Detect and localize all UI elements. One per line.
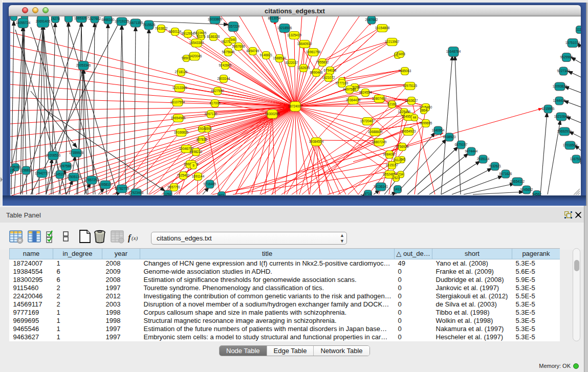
- svg-text:12942737: 12942737: [35, 171, 50, 175]
- svg-text:1162615: 1162615: [297, 66, 310, 70]
- svg-text:10719155: 10719155: [115, 19, 129, 23]
- svg-text:7357224: 7357224: [227, 25, 240, 28]
- svg-text:9756928: 9756928: [396, 145, 409, 148]
- svg-text:8427552: 8427552: [211, 89, 224, 93]
- svg-text:17016504: 17016504: [563, 143, 578, 147]
- svg-text:12213967: 12213967: [385, 40, 400, 43]
- svg-text:12505135: 12505135: [67, 175, 81, 179]
- svg-text:19692971: 19692971: [557, 129, 572, 133]
- svg-text:1934: 1934: [198, 127, 206, 130]
- svg-text:17857253: 17857253: [84, 178, 99, 182]
- svg-text:98901: 98901: [182, 56, 191, 60]
- svg-text:9474444: 9474444: [465, 149, 478, 153]
- svg-text:9657791: 9657791: [168, 185, 181, 189]
- svg-text:5875645: 5875645: [222, 50, 235, 54]
- svg-text:9242845: 9242845: [219, 63, 232, 67]
- svg-text:7663822: 7663822: [155, 27, 168, 30]
- svg-text:11325419: 11325419: [287, 33, 301, 37]
- svg-text:8322037: 8322037: [286, 61, 298, 64]
- svg-text:20053346: 20053346: [76, 63, 91, 67]
- svg-text:19166825: 19166825: [174, 130, 189, 134]
- svg-text:(x): (x): [132, 235, 138, 242]
- svg-text:1156819: 1156819: [20, 168, 33, 172]
- svg-text:15751074: 15751074: [565, 41, 580, 45]
- svg-text:2521: 2521: [393, 176, 400, 180]
- svg-text:16107554: 16107554: [170, 100, 185, 104]
- svg-text:12923468: 12923468: [129, 191, 144, 194]
- svg-text:9716: 9716: [364, 192, 372, 195]
- svg-text:2367608: 2367608: [232, 45, 245, 48]
- svg-text:8938923: 8938923: [443, 135, 456, 139]
- svg-text:1691144: 1691144: [192, 174, 205, 178]
- svg-text:15720407: 15720407: [360, 119, 375, 123]
- svg-text:7632621: 7632621: [489, 164, 502, 168]
- svg-text:9529966: 9529966: [560, 55, 573, 59]
- svg-text:3864: 3864: [420, 108, 428, 112]
- svg-text:8990448: 8990448: [310, 71, 323, 74]
- svg-text:1588520: 1588520: [273, 56, 286, 60]
- svg-text:2935114: 2935114: [477, 157, 490, 161]
- svg-text:8186328: 8186328: [207, 35, 220, 38]
- svg-text:1413: 1413: [394, 187, 402, 191]
- svg-text:3267130: 3267130: [205, 112, 217, 116]
- svg-text:8454749: 8454749: [247, 49, 259, 53]
- svg-text:9463627: 9463627: [405, 99, 418, 102]
- svg-text:18300295: 18300295: [265, 112, 280, 116]
- svg-text:16120: 16120: [393, 158, 402, 162]
- svg-text:17359928: 17359928: [69, 151, 84, 155]
- svg-text:19654985: 19654985: [171, 116, 186, 120]
- svg-text:8471626: 8471626: [499, 172, 512, 176]
- svg-text:18807249: 18807249: [372, 140, 387, 144]
- svg-text:16210643: 16210643: [554, 115, 569, 118]
- svg-text:9084067: 9084067: [383, 152, 396, 156]
- svg-text:9716485: 9716485: [204, 182, 216, 186]
- svg-text:92275: 92275: [197, 35, 206, 38]
- svg-text:10958107: 10958107: [98, 183, 113, 186]
- svg-text:14055724: 14055724: [16, 21, 31, 25]
- svg-text:1244415: 1244415: [553, 99, 566, 102]
- svg-text:6497568: 6497568: [343, 87, 356, 91]
- svg-text:2718126: 2718126: [175, 70, 188, 74]
- svg-text:16033809: 16033809: [208, 17, 223, 21]
- svg-text:20691406: 20691406: [36, 19, 51, 23]
- svg-text:10653267: 10653267: [74, 16, 89, 20]
- svg-text:20206536: 20206536: [46, 154, 61, 157]
- svg-text:2087682: 2087682: [365, 18, 378, 21]
- svg-text:19278: 19278: [51, 17, 60, 20]
- svg-text:1112: 1112: [576, 28, 581, 31]
- svg-text:9227342: 9227342: [557, 69, 570, 73]
- svg-text:3824554: 3824554: [359, 91, 372, 94]
- svg-text:19654923: 19654923: [401, 129, 416, 133]
- svg-text:73493: 73493: [396, 52, 405, 56]
- svg-text:9146821: 9146821: [260, 53, 273, 57]
- svg-text:16648784: 16648784: [446, 50, 461, 53]
- svg-text:12093822: 12093822: [553, 84, 568, 88]
- svg-text:9777169: 9777169: [336, 81, 349, 85]
- svg-text:10807487: 10807487: [372, 97, 387, 100]
- svg-text:9245652: 9245652: [520, 188, 533, 191]
- svg-text:16782759: 16782759: [115, 187, 129, 190]
- svg-text:1527602: 1527602: [89, 17, 101, 20]
- svg-text:7485063: 7485063: [399, 69, 411, 73]
- svg-text:1621072: 1621072: [322, 76, 335, 79]
- svg-text:1167534: 1167534: [570, 157, 581, 161]
- svg-text:9660124: 9660124: [169, 30, 182, 33]
- svg-text:10688609: 10688609: [368, 130, 383, 134]
- svg-text:546: 546: [230, 38, 236, 41]
- svg-text:7625402: 7625402: [177, 173, 190, 177]
- svg-text:19384554: 19384554: [309, 140, 324, 143]
- svg-text:417006: 417006: [209, 101, 221, 105]
- svg-text:18724007: 18724007: [288, 104, 303, 108]
- svg-text:20364436: 20364436: [346, 98, 361, 102]
- svg-text:7955812: 7955812: [316, 60, 329, 64]
- svg-text:12975115: 12975115: [403, 84, 417, 87]
- svg-text:16154808: 16154808: [375, 26, 390, 30]
- svg-text:39135: 39135: [10, 168, 15, 172]
- svg-text:367835: 367835: [196, 138, 207, 141]
- svg-text:6466160: 6466160: [102, 18, 115, 21]
- svg-text:6879197: 6879197: [455, 143, 468, 146]
- svg-text:16543382: 16543382: [189, 41, 204, 45]
- svg-text:9498222: 9498222: [190, 150, 203, 154]
- svg-text:1145194: 1145194: [54, 172, 67, 176]
- svg-text:18640910: 18640910: [297, 42, 312, 46]
